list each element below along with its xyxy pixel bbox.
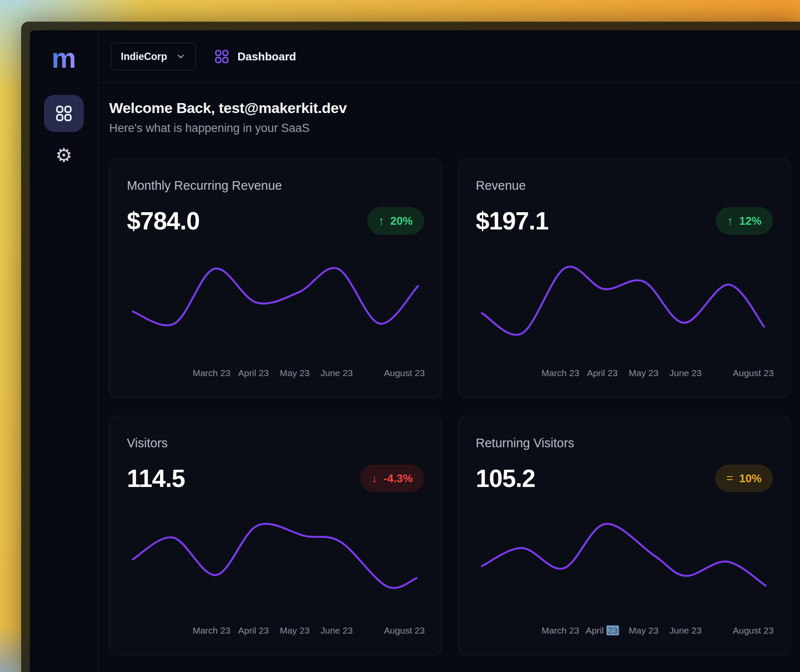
trend-label: 10% bbox=[739, 472, 762, 485]
dashboard-content: Welcome Back, test@makerkit.dev Here's w… bbox=[98, 83, 800, 672]
x-axis-label: August 23 bbox=[733, 625, 774, 636]
line-chart bbox=[476, 514, 773, 597]
organization-name: IndieCorp bbox=[121, 51, 167, 63]
chart-line bbox=[482, 524, 765, 585]
trend-label: 12% bbox=[739, 214, 762, 228]
card-value: 105.2 bbox=[476, 464, 535, 493]
gear-icon: ⚙ bbox=[55, 146, 72, 165]
card-value: $784.0 bbox=[127, 207, 199, 235]
card-value: 114.5 bbox=[127, 464, 185, 493]
card-title: Returning Visitors bbox=[476, 436, 773, 450]
x-axis-label: March 23 bbox=[542, 368, 580, 378]
card-value-row: 105.2 = 10% bbox=[476, 464, 773, 493]
chart-line bbox=[133, 268, 418, 325]
x-axis-label: March 23 bbox=[542, 625, 580, 636]
card-value-row: $784.0 ↑ 20% bbox=[127, 207, 424, 235]
topbar: IndieCorp Dashboard bbox=[98, 30, 800, 83]
x-axis-label: May 23 bbox=[629, 625, 658, 636]
breadcrumb: Dashboard bbox=[214, 48, 296, 65]
metric-card: Returning Visitors 105.2 = 10% March 23A… bbox=[458, 416, 791, 655]
x-axis-label: April 23 bbox=[586, 625, 619, 636]
line-chart bbox=[476, 257, 773, 339]
trend-badge: ↓ -4.3% bbox=[360, 465, 424, 492]
x-axis-label: May 23 bbox=[629, 368, 658, 378]
card-value-row: 114.5 ↓ -4.3% bbox=[127, 464, 424, 493]
x-axis-label: April 23 bbox=[587, 368, 617, 378]
chart-line bbox=[482, 267, 764, 335]
x-axis-labels: March 23April 23May 23June 23August 23 bbox=[476, 368, 773, 379]
trend-up-icon: ↑ bbox=[378, 214, 384, 228]
card-title: Visitors bbox=[127, 436, 424, 450]
welcome-heading: Welcome Back, test@makerkit.dev bbox=[109, 100, 791, 116]
card-value-row: $197.1 ↑ 12% bbox=[476, 207, 773, 235]
desktop-wallpaper: { "sidebar": { "logo_text": "m", "items"… bbox=[0, 0, 800, 672]
grid-icon bbox=[214, 48, 230, 65]
grid-icon bbox=[54, 104, 73, 123]
x-axis-label: June 23 bbox=[321, 625, 353, 636]
cards-grid: Monthly Recurring Revenue $784.0 ↑ 20% M… bbox=[109, 158, 791, 655]
x-axis-label: May 23 bbox=[280, 368, 310, 378]
selected-text: 23 bbox=[606, 625, 619, 635]
line-chart bbox=[127, 257, 424, 339]
trend-label: 20% bbox=[390, 214, 413, 228]
trend-badge: = 10% bbox=[715, 465, 773, 492]
x-axis-label: March 23 bbox=[192, 625, 230, 636]
main-area: IndieCorp Dashboard Welcome Back, test@m… bbox=[98, 30, 800, 672]
card-value: $197.1 bbox=[476, 207, 548, 235]
page-title: Dashboard bbox=[237, 50, 296, 63]
sidebar: m ⚙ bbox=[30, 30, 98, 672]
x-axis-labels: March 23April 23May 23June 23August 23 bbox=[127, 625, 424, 637]
x-axis-label: June 23 bbox=[669, 368, 702, 378]
chart-line bbox=[133, 524, 417, 588]
x-axis-labels: March 23April 23May 23June 23August 23 bbox=[127, 368, 424, 379]
x-axis-label: August 23 bbox=[733, 368, 774, 378]
welcome-subtitle: Here's what is happening in your SaaS bbox=[109, 122, 791, 135]
trend-label: -4.3% bbox=[384, 472, 413, 485]
metric-card: Revenue $197.1 ↑ 12% March 23April 23May… bbox=[458, 158, 791, 398]
organization-selector[interactable]: IndieCorp bbox=[111, 43, 196, 70]
app-window: m ⚙ IndieCorp bbox=[21, 22, 800, 672]
x-axis-label: August 23 bbox=[384, 625, 425, 636]
x-axis-label: March 23 bbox=[192, 368, 230, 378]
x-axis-label: April 23 bbox=[238, 625, 269, 636]
chevron-down-icon bbox=[176, 51, 186, 62]
sidebar-item-settings[interactable]: ⚙ bbox=[51, 144, 77, 167]
makerkit-logo: m bbox=[52, 43, 76, 73]
x-axis-label: June 23 bbox=[321, 368, 353, 378]
card-title: Revenue bbox=[476, 179, 773, 193]
trend-badge: ↑ 12% bbox=[716, 207, 773, 235]
app-surface: m ⚙ IndieCorp bbox=[30, 30, 800, 672]
trend-up-icon: ↑ bbox=[727, 214, 733, 228]
sidebar-item-dashboard[interactable] bbox=[44, 95, 84, 132]
trend-flat-icon: = bbox=[726, 472, 733, 485]
card-title: Monthly Recurring Revenue bbox=[127, 179, 424, 193]
metric-card: Monthly Recurring Revenue $784.0 ↑ 20% M… bbox=[109, 158, 442, 398]
x-axis-label: May 23 bbox=[280, 625, 310, 636]
metric-card: Visitors 114.5 ↓ -4.3% March 23April 23M… bbox=[109, 416, 442, 655]
line-chart bbox=[127, 514, 424, 597]
x-axis-labels: March 23April 23May 23June 23August 23 bbox=[476, 625, 773, 637]
x-axis-label: April 23 bbox=[238, 368, 269, 378]
trend-badge: ↑ 20% bbox=[367, 207, 424, 235]
trend-down-icon: ↓ bbox=[372, 472, 378, 485]
x-axis-label: June 23 bbox=[669, 625, 702, 636]
x-axis-label: August 23 bbox=[384, 368, 425, 378]
